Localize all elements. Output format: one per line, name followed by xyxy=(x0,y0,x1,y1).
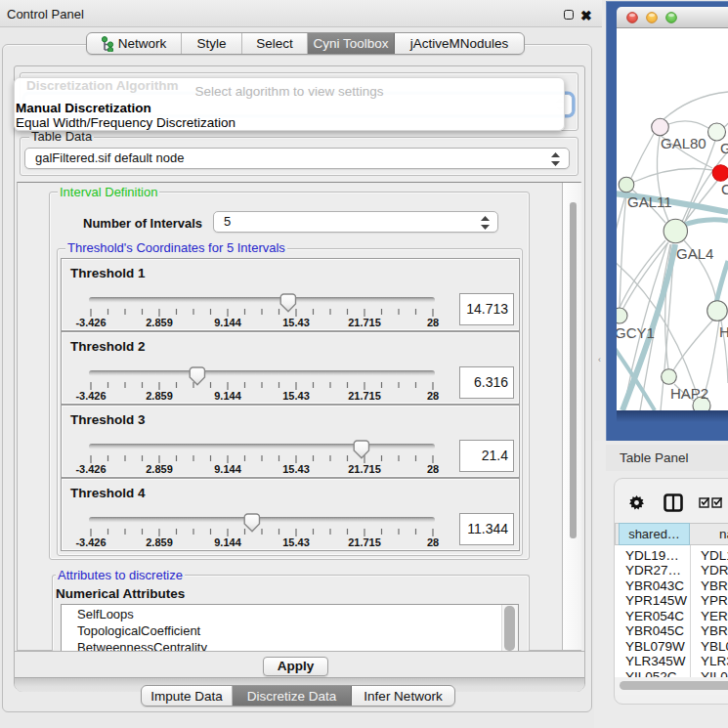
svg-text:21.715: 21.715 xyxy=(348,390,381,402)
svg-text:2.859: 2.859 xyxy=(146,536,173,548)
svg-text:21.715: 21.715 xyxy=(348,463,381,475)
svg-text:15.43: 15.43 xyxy=(282,536,310,548)
svg-text:HI: HI xyxy=(719,323,728,340)
svg-text:15.43: 15.43 xyxy=(282,390,310,402)
svg-text:28: 28 xyxy=(427,390,439,402)
svg-text:-3.426: -3.426 xyxy=(75,317,106,328)
svg-text:9.144: 9.144 xyxy=(214,536,241,548)
svg-text:28: 28 xyxy=(427,463,439,475)
svg-text:-3.426: -3.426 xyxy=(75,390,106,402)
svg-text:15.43: 15.43 xyxy=(282,317,310,328)
svg-text:28: 28 xyxy=(427,536,439,548)
svg-text:GAL80: GAL80 xyxy=(661,135,707,151)
svg-text:GCY1: GCY1 xyxy=(617,324,655,341)
svg-text:CD: CD xyxy=(721,181,728,197)
svg-text:GAL11: GAL11 xyxy=(627,193,672,210)
svg-text:2.859: 2.859 xyxy=(146,317,173,328)
svg-text:-3.426: -3.426 xyxy=(75,536,106,548)
svg-text:9.144: 9.144 xyxy=(214,317,241,328)
svg-text:15.43: 15.43 xyxy=(282,463,310,475)
svg-text:2.859: 2.859 xyxy=(146,390,173,402)
svg-text:2.859: 2.859 xyxy=(146,463,173,475)
svg-text:28: 28 xyxy=(427,317,439,328)
svg-text:21.715: 21.715 xyxy=(348,536,381,548)
svg-text:-3.426: -3.426 xyxy=(75,463,106,475)
svg-text:21.715: 21.715 xyxy=(348,317,381,328)
svg-text:GA: GA xyxy=(720,140,728,156)
svg-text:GAL4: GAL4 xyxy=(676,245,713,262)
svg-text:HAP2: HAP2 xyxy=(670,385,708,402)
svg-text:9.144: 9.144 xyxy=(214,390,241,402)
svg-text:9.144: 9.144 xyxy=(214,463,241,475)
